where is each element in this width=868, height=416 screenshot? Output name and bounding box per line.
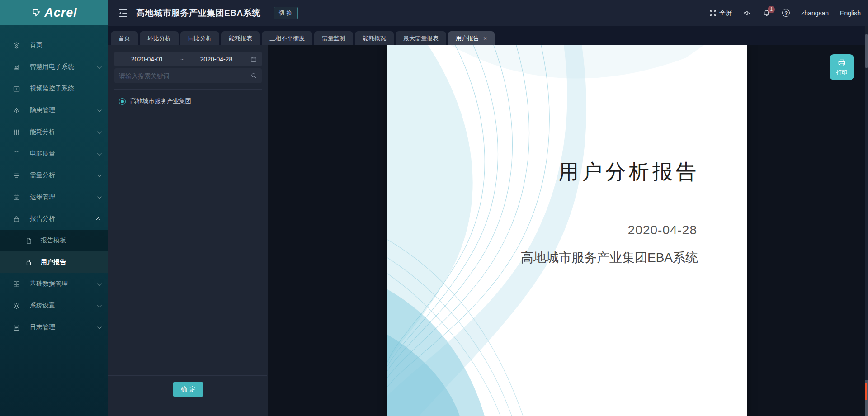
filter-panel: 2020-04-01 ~ 2020-04-28 高地城市服务产业集团 确定 (108, 45, 268, 416)
sidebar-item-label: 首页 (30, 41, 42, 49)
tab-label: 同比分析 (188, 34, 212, 43)
tab-home[interactable]: 首页 (111, 31, 138, 45)
sidebar-item-report-analysis[interactable]: 报告分析 (0, 208, 108, 230)
search-box (114, 68, 262, 83)
tab-label: 最大需量报表 (403, 34, 439, 43)
sidebar-item-smart-power[interactable]: 智慧用电子系统 (0, 56, 108, 78)
chevron-down-icon (97, 173, 102, 177)
date-end-value[interactable]: 2020-04-28 (184, 56, 249, 63)
sidebar-item-label: 隐患管理 (30, 106, 55, 114)
sidebar-menu: 首页 智慧用电子系统 视频监控子系统 隐患管理 (0, 25, 108, 338)
brand-name: Acrel (44, 6, 77, 20)
report-analysis-submenu: 报告模板 用户报告 (0, 230, 108, 273)
search-input[interactable] (119, 72, 250, 80)
help-button[interactable]: ? (782, 9, 790, 17)
ops-calendar-icon (13, 194, 20, 201)
header-right-group: 全屏 1 ? zhangsan English (709, 9, 861, 17)
date-start-value[interactable]: 2020-04-01 (114, 56, 180, 63)
tab-max-demand-report[interactable]: 最大需量报表 (396, 31, 446, 45)
date-range-picker[interactable]: 2020-04-01 ~ 2020-04-28 (114, 52, 262, 66)
sidebar-item-ops-management[interactable]: 运维管理 (0, 186, 108, 208)
gear-icon (13, 302, 20, 310)
sidebar-subitem-label: 报告模板 (41, 236, 66, 245)
notification-badge: 1 (768, 6, 775, 13)
radio-label: 高地城市服务产业集团 (130, 97, 191, 105)
report-preview-area: 用户分析报告 2020-04-28 高地城市服务产业集团EBA系统 打印 (268, 45, 868, 416)
sidebar-item-hazard[interactable]: 隐患管理 (0, 99, 108, 121)
sidebar-item-log-management[interactable]: 日志管理 (0, 317, 108, 338)
sidebar-item-basic-data[interactable]: 基础数据管理 (0, 273, 108, 295)
sidebar-item-energy-analysis[interactable]: 能耗分析 (0, 121, 108, 143)
search-icon[interactable] (250, 72, 257, 79)
language-switcher[interactable]: English (840, 9, 861, 17)
tab-mom-analysis[interactable]: 环比分析 (140, 31, 179, 45)
tab-label: 能耗概况 (363, 34, 386, 43)
tab-demand-monitor[interactable]: 需量监测 (314, 31, 353, 45)
date-range-separator: ~ (180, 56, 184, 62)
report-cover-page: 用户分析报告 2020-04-28 高地城市服务产业集团EBA系统 (387, 45, 747, 416)
scrollbar-thumb[interactable] (865, 34, 868, 68)
speaker-mute-icon (743, 9, 751, 17)
switch-button[interactable]: 切换 (274, 7, 298, 19)
chevron-down-icon (97, 151, 102, 156)
video-icon (13, 85, 20, 93)
print-button[interactable]: 打印 (830, 54, 854, 80)
chevron-down-icon (97, 129, 102, 134)
fullscreen-button[interactable]: 全屏 (709, 9, 732, 17)
chart-icon (13, 63, 20, 71)
lock-icon (25, 259, 32, 266)
file-icon (25, 237, 32, 244)
report-subtitle: 高地城市服务产业集团EBA系统 (521, 249, 698, 266)
report-date: 2020-04-28 (628, 223, 697, 237)
group-radio-option[interactable]: 高地城市服务产业集团 (114, 97, 262, 105)
radio-selected-icon[interactable] (119, 98, 126, 105)
grid-icon (13, 280, 20, 288)
acrel-logo: Acrel (0, 0, 108, 25)
report-title: 用户分析报告 (558, 158, 699, 185)
sidebar-item-label: 运维管理 (30, 193, 55, 201)
help-icon: ? (782, 9, 790, 17)
tab-label: 需量监测 (322, 34, 345, 43)
sidebar-item-video-monitor[interactable]: 视频监控子系统 (0, 78, 108, 99)
sidebar-item-demand-analysis[interactable]: 需量分析 (0, 165, 108, 186)
scrollbar-orange-marker (865, 383, 867, 400)
sidebar-item-home[interactable]: 首页 (0, 34, 108, 56)
tab-energy-report[interactable]: 能耗报表 (221, 31, 260, 45)
demand-icon (13, 172, 20, 180)
confirm-button[interactable]: 确定 (173, 382, 203, 397)
sidebar-item-label: 智慧用电子系统 (30, 63, 74, 71)
sidebar-item-label: 能耗分析 (30, 128, 55, 136)
vertical-scrollbar[interactable] (865, 26, 868, 416)
sidebar-item-system-settings[interactable]: 系统设置 (0, 295, 108, 317)
fullscreen-label: 全屏 (719, 9, 732, 17)
chevron-down-icon (97, 303, 102, 307)
tab-user-report[interactable]: 用户报告 × (448, 31, 495, 45)
log-icon (13, 324, 20, 331)
sidebar-item-power-quality[interactable]: 电能质量 (0, 143, 108, 165)
tab-close-icon[interactable]: × (483, 35, 487, 42)
menu-collapse-icon[interactable] (118, 8, 128, 19)
sidebar-subitem-user-report[interactable]: 用户报告 (0, 251, 108, 273)
username[interactable]: zhangsan (801, 9, 829, 17)
tab-energy-overview[interactable]: 能耗概况 (355, 31, 394, 45)
top-header: 高地城市服务产业集团EBA系统 切换 全屏 1 ? zhangsan (108, 0, 868, 26)
home-icon (13, 42, 20, 49)
sidebar-item-label: 需量分析 (30, 171, 55, 180)
tab-three-phase-unbalance[interactable]: 三相不平衡度 (262, 31, 312, 45)
calendar-icon (250, 56, 257, 63)
tab-yoy-analysis[interactable]: 同比分析 (180, 31, 219, 45)
fullscreen-icon (709, 9, 717, 17)
notifications-button[interactable]: 1 (763, 9, 771, 17)
tab-bar: 首页 环比分析 同比分析 能耗报表 三相不平衡度 需量监测 能耗概况 最大需量报… (108, 26, 868, 45)
chevron-down-icon (97, 325, 102, 329)
print-label: 打印 (836, 69, 847, 76)
sidebar-item-label: 视频监控子系统 (30, 85, 74, 93)
tab-label: 能耗报表 (229, 34, 252, 43)
mute-button[interactable] (743, 9, 751, 17)
sidebar-subitem-report-template[interactable]: 报告模板 (0, 230, 108, 251)
chevron-down-icon (97, 108, 102, 112)
sidebar-item-label: 系统设置 (30, 302, 55, 310)
acrel-logo-icon (31, 8, 41, 18)
tab-label: 首页 (118, 34, 130, 43)
chevron-down-icon (97, 64, 102, 69)
